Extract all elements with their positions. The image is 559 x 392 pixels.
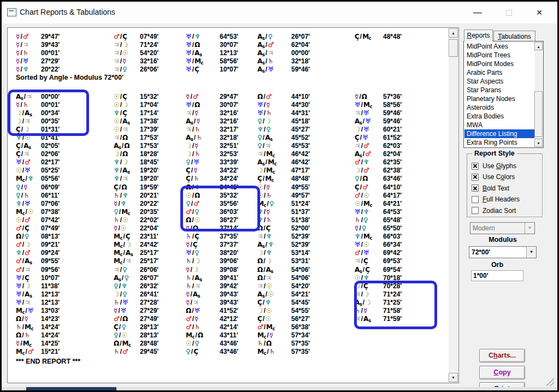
- north-node-glyph: Ω: [122, 150, 128, 158]
- midpoint-angle: 32*17': [220, 126, 238, 133]
- slash: /: [361, 142, 363, 150]
- list-item[interactable]: MWA: [464, 121, 534, 129]
- midpoint-row: Ω/☉36*27': [186, 216, 238, 224]
- list-item[interactable]: Arabic Parts: [464, 68, 534, 77]
- checkbox-zodiac-sort[interactable]: Zodiac Sort: [472, 207, 516, 215]
- list-item[interactable]: MidPoint Axes: [464, 42, 534, 51]
- midpoint-row: Mc/♀51*24': [257, 199, 310, 207]
- midpoint-angle: 63*46': [383, 175, 402, 182]
- list-item[interactable]: Extra Ring Points: [464, 138, 534, 147]
- midpoint-angle: 12*13': [41, 290, 60, 298]
- slash: /: [361, 282, 363, 290]
- midpoint-angle: 26*06': [140, 266, 158, 274]
- midpoint-angle: 22*02': [140, 216, 158, 224]
- neptune-glyph: ♆: [121, 200, 127, 207]
- midpoint-angle: 26*32': [140, 282, 158, 290]
- checkbox-icon[interactable]: [472, 174, 479, 181]
- list-item[interactable]: Extra Bodies: [464, 112, 534, 121]
- checkbox-icon[interactable]: [472, 163, 479, 170]
- midpoint-row: ☉/Mc64*21': [355, 199, 402, 207]
- mars-glyph: ♂: [257, 323, 263, 331]
- list-scrollbar[interactable]: ▲ ▼: [534, 42, 543, 147]
- slash: /: [120, 340, 121, 347]
- checkbox-icon[interactable]: [472, 196, 479, 203]
- list-item[interactable]: Star Aspects: [464, 77, 534, 86]
- midpoint-row: ♂/♅69*42': [355, 249, 402, 257]
- slash: /: [21, 150, 23, 158]
- scroll-up-icon[interactable]: ▲: [449, 28, 458, 38]
- midpoint-row: Ç/☿34*22': [186, 167, 238, 175]
- scrollbar-thumb[interactable]: [534, 91, 543, 137]
- midpoint-angle: 24*42': [140, 241, 158, 248]
- slash: /: [194, 134, 196, 141]
- midpoint-row: ♄/♀65*48': [355, 216, 402, 224]
- scroll-up-icon[interactable]: ▲: [534, 42, 543, 50]
- midpoint-angle: 70*18': [383, 274, 402, 282]
- slash: /: [120, 126, 122, 133]
- chevron-down-icon[interactable]: ▼: [526, 247, 536, 258]
- charts-button[interactable]: Charts...: [479, 349, 525, 363]
- slash: /: [20, 33, 22, 40]
- uranus-glyph: ♅: [23, 57, 29, 65]
- slash: /: [22, 282, 24, 290]
- midpoint-angle: 69*42': [383, 249, 402, 257]
- close-button[interactable]: ×: [531, 5, 548, 20]
- midpoint-row: Ω/♃54*06': [257, 274, 310, 282]
- ascendant-glyph: As: [195, 49, 202, 57]
- slash: /: [120, 109, 122, 117]
- slash: /: [24, 93, 26, 100]
- report-scrollbar[interactable]: ▲ ▼: [449, 28, 458, 382]
- tab-tabulations[interactable]: Tabulations: [493, 31, 536, 41]
- scroll-down-icon[interactable]: ▼: [449, 373, 458, 382]
- midpoint-row: ☽/Ω18*28': [114, 150, 158, 158]
- midpoint-angle: 44*30': [291, 101, 310, 109]
- mercury-glyph: ☿: [186, 241, 190, 248]
- uranus-glyph: ♅: [121, 307, 127, 314]
- list-item[interactable]: Difference Listing: [464, 129, 534, 138]
- jupiter-glyph: ♃: [257, 233, 263, 240]
- midpoint-row: ☽/♆53*14': [257, 249, 310, 257]
- jupiter-glyph: ♃: [355, 142, 361, 150]
- jupiter-glyph: ♃: [114, 66, 120, 73]
- north-node-glyph: Ω: [266, 340, 272, 347]
- midpoint-row: ♅/♆64*53': [186, 32, 238, 40]
- checkbox-icon[interactable]: [472, 185, 479, 192]
- moon-glyph: ☽: [355, 167, 361, 174]
- minimize-button[interactable]: —: [469, 5, 486, 20]
- list-item[interactable]: MidPoint Modes: [464, 60, 534, 68]
- scroll-down-icon[interactable]: ▼: [534, 139, 543, 147]
- midpoint-row: Ω/☿14*23': [16, 315, 60, 323]
- slash: /: [263, 142, 264, 150]
- list-item[interactable]: MidPoint Trees: [464, 51, 534, 60]
- saturn-glyph: ♄: [195, 150, 201, 158]
- venus-glyph: ♀: [195, 249, 199, 257]
- midpoint-row: ☿/♂29*47': [16, 32, 60, 40]
- chiron-glyph: Ç: [355, 33, 360, 40]
- list-item[interactable]: Asteroids: [464, 103, 534, 112]
- list-item[interactable]: Planetary Nodes: [464, 94, 534, 103]
- sun-glyph: ☉: [266, 282, 272, 290]
- resize-grip[interactable]: [545, 377, 554, 386]
- checkbox-bold-text[interactable]: Bold Text: [472, 185, 509, 192]
- jupiter-glyph: ♃: [193, 299, 199, 306]
- copy-button[interactable]: Copy: [479, 366, 525, 379]
- orb-input[interactable]: [471, 270, 523, 281]
- checkbox-icon[interactable]: [472, 207, 479, 214]
- modulus-select[interactable]: 72*00' ▼: [469, 246, 537, 258]
- uranus-glyph: ♅: [16, 282, 22, 290]
- slash: /: [123, 241, 125, 248]
- tab-reports[interactable]: Reports: [464, 29, 493, 41]
- checkbox-full-headers[interactable]: Full Headers: [472, 195, 520, 203]
- mercury-glyph: ☿: [16, 49, 20, 57]
- midpoint-row: ☿/☉22*04': [114, 224, 158, 233]
- slash: /: [361, 158, 363, 166]
- midpoint-angle: 00*01': [41, 101, 60, 109]
- midpoint-row: As/♅59*46': [257, 65, 310, 73]
- midheaven-glyph: Mc: [266, 323, 275, 331]
- scrollbar-thumb[interactable]: [449, 39, 458, 57]
- list-item[interactable]: Star Parans: [464, 86, 534, 94]
- slash: /: [192, 57, 194, 65]
- checkbox-use-glyphs[interactable]: Use Glyphs: [472, 162, 516, 170]
- mercury-glyph: ☿: [186, 93, 190, 100]
- checkbox-use-colors[interactable]: Use Colors: [472, 173, 515, 181]
